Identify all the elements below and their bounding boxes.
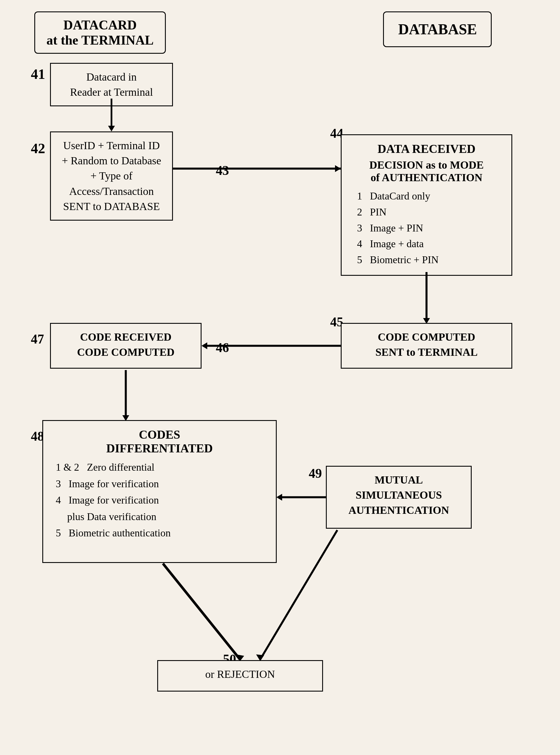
header-right-line1: DATABASE — [398, 21, 477, 38]
header-left: DATACARD at the TERMINAL — [34, 12, 166, 54]
box-47-text: CODE RECEIVED CODE COMPUTED — [59, 329, 193, 360]
svg-line-12 — [163, 564, 240, 659]
step-46-label: 46 — [216, 340, 229, 355]
svg-marker-3 — [335, 165, 341, 172]
box-50-text: or REJECTION — [166, 667, 314, 682]
box-41: Datacard in Reader at Terminal — [50, 63, 173, 106]
box-41-text: Datacard in Reader at Terminal — [59, 69, 164, 100]
header-left-line2: at the TERMINAL — [44, 33, 156, 48]
box-47: CODE RECEIVED CODE COMPUTED — [50, 323, 202, 369]
svg-marker-1 — [108, 126, 115, 131]
header-left-line1: DATACARD — [44, 17, 156, 33]
step-42-label: 42 — [31, 140, 45, 157]
step-49-label: 49 — [309, 466, 322, 481]
box-48: CODES DIFFERENTIATED 1 & 2 Zero differen… — [42, 420, 277, 563]
box-44-items: 1 DataCard only 2 PIN 3 Image + PIN 4 Im… — [351, 188, 502, 268]
step-47-label: 47 — [31, 331, 44, 347]
step-41-label: 41 — [31, 66, 45, 82]
box-44-title: DATA RECEIVED — [351, 142, 502, 156]
header-right: DATABASE — [383, 12, 492, 47]
box-49-text: MUTUAL SIMULTANEOUS AUTHENTICATION — [335, 472, 463, 518]
box-48-items: 1 & 2 Zero differential 3 Image for veri… — [53, 459, 266, 542]
box-44-sub: DECISION as to MODE of AUTHENTICATION — [351, 159, 502, 184]
box-45-text: CODE COMPUTED SENT to TERMINAL — [349, 329, 503, 360]
svg-marker-11 — [276, 494, 282, 501]
box-49: MUTUAL SIMULTANEOUS AUTHENTICATION — [326, 466, 472, 529]
box-50: or REJECTION — [157, 660, 323, 692]
diagram-container: DATACARD at the TERMINAL DATABASE 41 Dat… — [0, 0, 560, 755]
box-42-text: UserID + Terminal ID + Random to Databas… — [59, 138, 164, 214]
step-43-label: 43 — [216, 163, 229, 178]
diagram-arrows — [0, 0, 560, 755]
svg-marker-7 — [202, 342, 207, 349]
box-44: DATA RECEIVED DECISION as to MODE of AUT… — [341, 134, 512, 276]
box-48-title: CODES DIFFERENTIATED — [53, 428, 266, 455]
box-45: CODE COMPUTED SENT to TERMINAL — [341, 323, 512, 369]
box-42: UserID + Terminal ID + Random to Databas… — [50, 131, 173, 221]
